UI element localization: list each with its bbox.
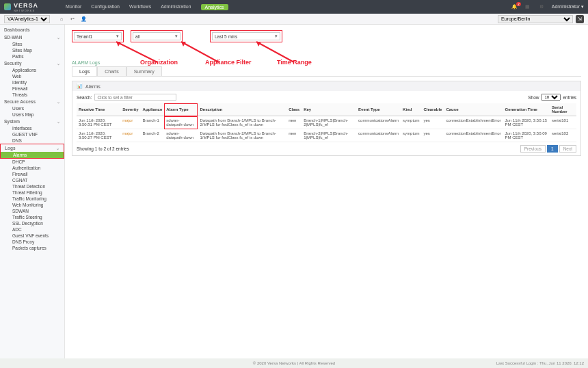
nav-monitor[interactable]: Monitor (66, 4, 81, 10)
sidebar-item-traffic-monitoring[interactable]: Traffic Monitoring (0, 196, 64, 202)
col-receive-time[interactable]: Receive Time (77, 103, 120, 116)
cell-cause: connectionEstablishmentError (444, 129, 503, 142)
annotation-org: Organization (140, 59, 178, 66)
col-class[interactable]: Class (286, 103, 302, 116)
export-icon[interactable]: ⇲ (576, 15, 584, 23)
tab-summary[interactable]: Summary (126, 66, 162, 76)
sidebar-item-ssl-decryption[interactable]: SSL Decryption (0, 220, 64, 226)
sidebar-group-sdwan[interactable]: SD-WAN⌄ (0, 34, 64, 41)
nav-configuration[interactable]: Configuration (91, 4, 120, 10)
sidebar-item-cgnat[interactable]: CGNAT (0, 177, 64, 183)
back-icon[interactable]: ↩ (69, 16, 76, 23)
sidebar-item-sites[interactable]: Sites (0, 41, 64, 47)
sidebar-item-packets-captures[interactable]: Packets captures (0, 245, 64, 251)
sidebar-item-guest-vnf[interactable]: GUEST VNF (0, 131, 64, 137)
sidebar-item-adc[interactable]: ADC (0, 226, 64, 233)
pager-next[interactable]: Next (559, 145, 576, 153)
header-right: 🔔2 ▦ ⚙ Administrator ▾ (511, 3, 584, 10)
sidebar-item-alarms[interactable]: Alarms (1, 152, 64, 158)
col-event-type[interactable]: Event Type (356, 103, 401, 116)
sidebar-item-threats[interactable]: Threats (0, 92, 64, 98)
col-severity[interactable]: Severity (120, 103, 140, 116)
chevron-down-icon: ⌄ (57, 35, 60, 40)
col-appliance[interactable]: Appliance (141, 103, 165, 116)
sidebar-item-web[interactable]: Web (0, 73, 64, 79)
context-select[interactable]: VA/Analytics-1 (4, 15, 50, 23)
search-label: Search: (77, 95, 92, 100)
col-kind[interactable]: Kind (401, 103, 421, 116)
alarms-panel: 📊 Alarms Search: Show 10 entries Receive… (72, 81, 581, 156)
footer-last-login: Last Successful Login : Thu, Jun 11 2020… (496, 361, 584, 365)
sidebar-item-dhcp[interactable]: DHCP (0, 159, 64, 165)
tab-charts[interactable]: Charts (97, 66, 126, 76)
cell-alarm-type: sdwan-datapath-down (164, 116, 198, 129)
entries-label: entries (563, 95, 576, 100)
versa-logo-icon (4, 3, 11, 10)
sidebar-item-paths[interactable]: Paths (0, 53, 64, 60)
sidebar-item-threat-filtering[interactable]: Threat Filtering (0, 189, 64, 196)
sidebar-group-security[interactable]: Security⌄ (0, 60, 64, 67)
sidebar-item-authentication[interactable]: Authentication (0, 165, 64, 171)
sidebar-item-applications[interactable]: Applications (0, 67, 64, 73)
sidebar-item-identity[interactable]: Identity (0, 79, 64, 86)
pager-page-1[interactable]: 1 (547, 145, 558, 153)
sidebar-logs-highlight: Logs⌄ Alarms (0, 144, 64, 159)
cell-alarm-type: sdwan-datapath-down (164, 129, 198, 142)
entries-select[interactable]: 10 (541, 94, 561, 101)
sidebar-dashboards[interactable]: Dashboards (0, 26, 64, 34)
show-label: Show (528, 95, 539, 100)
settings-icon[interactable]: ⚙ (538, 3, 545, 10)
sidebar-item-dns-proxy[interactable]: DNS Proxy (0, 239, 64, 245)
cell-clearable: yes (421, 129, 444, 142)
sidebar-item-firewall-log[interactable]: Firewall (0, 171, 64, 177)
sidebar-group-secure-access[interactable]: Secure Access⌄ (0, 98, 64, 105)
col-generation-time[interactable]: Generation Time (503, 103, 550, 116)
cell-cause: connectionEstablishmentError (444, 116, 503, 129)
sidebar-item-web-monitoring[interactable]: Web Monitoring (0, 202, 64, 208)
col-alarm-type[interactable]: Alarm Type (164, 103, 198, 116)
sidebar-item-threat-detection[interactable]: Threat Detection (0, 183, 64, 189)
col-key[interactable]: Key (302, 103, 356, 116)
sidebar-item-sites-map[interactable]: Sites Map (0, 47, 64, 53)
panel-header: 📊 Alarms (72, 81, 580, 91)
tab-logs[interactable]: Logs (72, 66, 97, 76)
home-icon[interactable]: ⌂ (58, 16, 65, 23)
brand-subtitle: NETWORKS (14, 9, 38, 12)
chevron-down-icon: ⌄ (57, 119, 60, 124)
sidebar-item-sdwan-log[interactable]: SDWAN (0, 208, 64, 214)
sidebar-item-traffic-steering[interactable]: Traffic Steering (0, 214, 64, 220)
search-input[interactable] (94, 94, 176, 101)
sidebar-item-guest-vnf-events[interactable]: Guest VNF events (0, 233, 64, 239)
col-cause[interactable]: Cause (444, 103, 503, 116)
timezone-select[interactable]: Europe/Berlin (498, 15, 573, 23)
nav-administration[interactable]: Administration (161, 4, 191, 10)
cell-description: Datapath from Branch-1/MPLS to Branch-2/… (198, 116, 286, 129)
user-menu[interactable]: Administrator ▾ (552, 4, 584, 10)
pagination: Showing 1 to 2 of 2 entries Previous 1 N… (77, 145, 576, 153)
user-icon[interactable]: 👤 (80, 16, 87, 23)
sidebar-item-firewall[interactable]: Firewall (0, 86, 64, 92)
sidebar-item-users-map[interactable]: Users Map (0, 111, 64, 118)
sidebar-item-dns[interactable]: DNS (0, 137, 64, 144)
chevron-down-icon: ⌄ (57, 99, 60, 104)
sidebar-group-logs[interactable]: Logs⌄ (1, 144, 64, 152)
notifications-icon[interactable]: 🔔2 (511, 4, 518, 10)
nav-workflows[interactable]: Workflows (129, 4, 151, 10)
brand-logo: VERSA NETWORKS (4, 2, 38, 12)
col-clearable[interactable]: Clearable (421, 103, 444, 116)
sidebar-group-system[interactable]: System⌄ (0, 118, 64, 125)
cell-kind: symptom (401, 129, 421, 142)
nav-analytics[interactable]: Analytics (201, 4, 228, 10)
sidebar-item-users[interactable]: Users (0, 105, 64, 111)
col-description[interactable]: Description (198, 103, 286, 116)
table-row[interactable]: Jun 11th 2020, 3:50:31 PM CEST major Bra… (77, 116, 576, 129)
pager-prev[interactable]: Previous (520, 145, 546, 153)
grid-icon[interactable]: ▦ (524, 3, 531, 10)
col-serial-number[interactable]: Serial Number (550, 103, 576, 116)
cell-generation-time: Jun 11th 2020, 3:50:09 PM CEST (503, 129, 550, 142)
sidebar-item-interfaces[interactable]: Interfaces (0, 125, 64, 131)
table-header-row: Receive Time Severity Appliance Alarm Ty… (77, 103, 576, 116)
chevron-down-icon: ⌄ (56, 146, 59, 150)
cell-serial-number: serial102 (550, 129, 576, 142)
table-row[interactable]: Jun 11th 2020, 3:50:27 PM CEST major Bra… (77, 129, 576, 142)
